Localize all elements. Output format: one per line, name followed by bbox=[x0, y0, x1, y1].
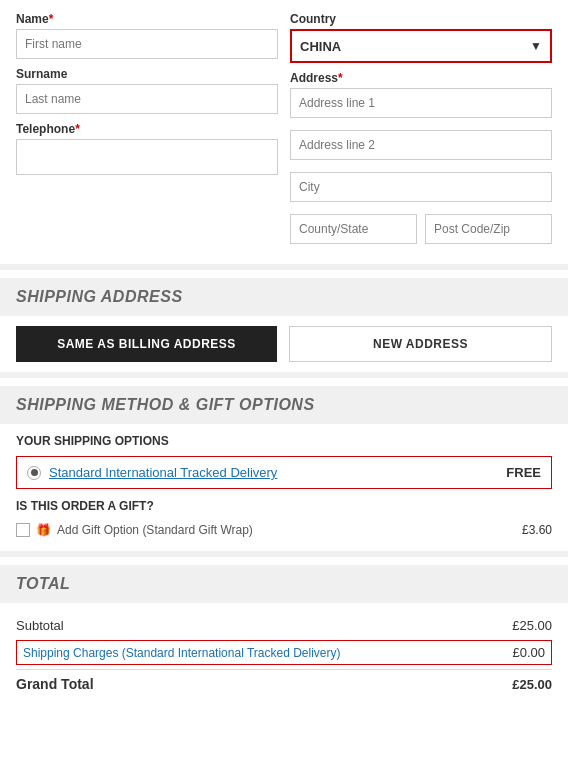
shipping-option-radio[interactable] bbox=[27, 466, 41, 480]
country-select-wrapper[interactable]: CHINA UNITED KINGDOM UNITED STATES ▼ bbox=[290, 29, 552, 63]
country-label: Country bbox=[290, 12, 552, 26]
first-name-input[interactable] bbox=[16, 29, 278, 59]
address-line1-input[interactable] bbox=[290, 88, 552, 118]
address-line2-input[interactable] bbox=[290, 130, 552, 160]
shipping-charge-row: Shipping Charges (Standard International… bbox=[16, 640, 552, 665]
shipping-method-section-header: SHIPPING METHOD & GIFT OPTIONS bbox=[0, 386, 568, 424]
gift-option-text: Add Gift Option (Standard Gift Wrap) bbox=[57, 523, 253, 537]
shipping-charge-label: Shipping Charges (Standard International… bbox=[23, 646, 341, 660]
grand-total-row: Grand Total £25.00 bbox=[16, 669, 552, 698]
grand-total-label: Grand Total bbox=[16, 676, 94, 692]
shipping-option-price: FREE bbox=[506, 465, 541, 480]
telephone-label: Telephone* bbox=[16, 122, 278, 136]
total-title: TOTAL bbox=[16, 575, 70, 592]
surname-label: Surname bbox=[16, 67, 278, 81]
telephone-input[interactable] bbox=[16, 139, 278, 175]
subtotal-row: Subtotal £25.00 bbox=[16, 613, 552, 638]
shipping-options-label: YOUR SHIPPING OPTIONS bbox=[16, 434, 552, 448]
grand-total-value: £25.00 bbox=[512, 677, 552, 692]
shipping-address-section-header: SHIPPING ADDRESS bbox=[0, 278, 568, 316]
gift-option-price: £3.60 bbox=[522, 523, 552, 537]
subtotal-value: £25.00 bbox=[512, 618, 552, 633]
postcode-input[interactable] bbox=[425, 214, 552, 244]
same-as-billing-button[interactable]: SAME AS BILLING ADDRESS bbox=[16, 326, 277, 362]
city-input[interactable] bbox=[290, 172, 552, 202]
shipping-option-standard[interactable]: Standard International Tracked Delivery … bbox=[16, 456, 552, 489]
gift-icon: 🎁 bbox=[36, 523, 51, 537]
shipping-charge-value: £0.00 bbox=[512, 645, 545, 660]
gift-option-row: 🎁 Add Gift Option (Standard Gift Wrap) £… bbox=[16, 519, 552, 541]
shipping-option-label: Standard International Tracked Delivery bbox=[49, 465, 277, 480]
new-address-button[interactable]: NEW ADDRESS bbox=[289, 326, 552, 362]
county-state-input[interactable] bbox=[290, 214, 417, 244]
shipping-address-buttons: SAME AS BILLING ADDRESS NEW ADDRESS bbox=[0, 316, 568, 372]
gift-section-label: IS THIS ORDER A GIFT? bbox=[16, 499, 552, 513]
gift-option-checkbox[interactable] bbox=[16, 523, 30, 537]
last-name-input[interactable] bbox=[16, 84, 278, 114]
country-select[interactable]: CHINA UNITED KINGDOM UNITED STATES bbox=[292, 31, 550, 61]
subtotal-label: Subtotal bbox=[16, 618, 64, 633]
total-section-header: TOTAL bbox=[0, 565, 568, 603]
name-label: Name* bbox=[16, 12, 278, 26]
shipping-address-title: SHIPPING ADDRESS bbox=[16, 288, 183, 305]
shipping-method-title: SHIPPING METHOD & GIFT OPTIONS bbox=[16, 396, 315, 413]
address-label: Address* bbox=[290, 71, 552, 85]
